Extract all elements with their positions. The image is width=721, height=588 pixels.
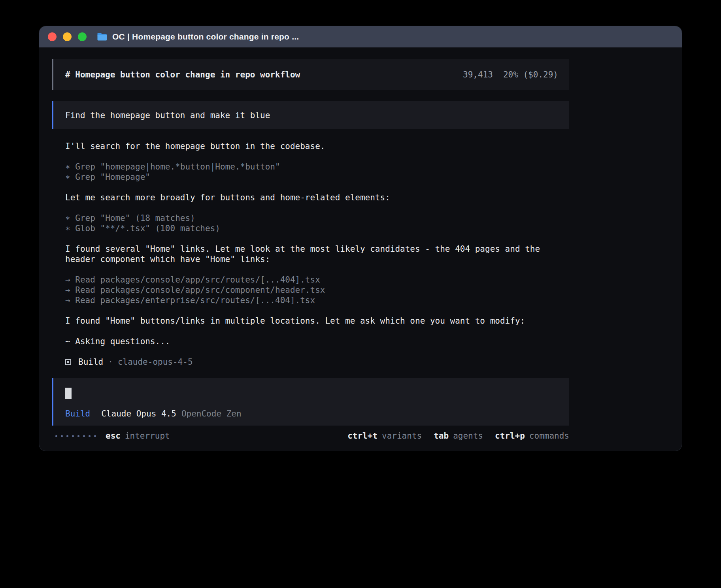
tool-call-line: → Read packages/console/app/src/routes/[… xyxy=(65,275,569,285)
text-cursor xyxy=(65,388,72,399)
shortcut-key: tab xyxy=(434,431,449,441)
folder-icon xyxy=(97,32,108,41)
shortcut-variants: ctrl+t variants xyxy=(347,431,422,441)
terminal-content: # Homepage button color change in repo w… xyxy=(52,59,569,441)
assistant-paragraph: I found several "Home" links. Let me loo… xyxy=(65,244,569,264)
assistant-paragraph: I found "Home" buttons/links in multiple… xyxy=(65,316,569,326)
window-title: OC | Homepage button color change in rep… xyxy=(112,32,299,41)
shortcut-label: agents xyxy=(453,431,483,441)
shortcut-commands: ctrl+p commands xyxy=(495,431,569,441)
transcript-line: I found several "Home" links. Let me loo… xyxy=(65,244,569,264)
esc-key: esc xyxy=(106,431,121,441)
input-meta: Build Claude Opus 4.5 OpenCode Zen xyxy=(65,409,558,418)
user-message: Find the homepage button and make it blu… xyxy=(52,101,569,129)
input-model-label: Claude Opus 4.5 xyxy=(101,409,176,418)
token-count: 39,413 xyxy=(463,70,493,79)
assistant-paragraph: I'll search for the homepage button in t… xyxy=(65,141,569,151)
spinner-dots-icon xyxy=(55,435,96,437)
assistant-paragraph: ~ Asking questions... xyxy=(65,336,569,347)
session-stats: 39,413 20% ($0.29) xyxy=(463,70,558,79)
agent-model: claude-opus-4-5 xyxy=(118,357,193,367)
status-bar: esc interrupt ctrl+t variants tab agents… xyxy=(52,431,569,441)
terminal-window: OC | Homepage button color change in rep… xyxy=(39,26,682,451)
minimize-button[interactable] xyxy=(63,32,72,41)
tool-call-line: ∗ Grep "Homepage" xyxy=(65,172,569,182)
user-message-text: Find the homepage button and make it blu… xyxy=(65,111,270,120)
status-right: ctrl+t variants tab agents ctrl+p comman… xyxy=(347,431,569,441)
agent-square-icon xyxy=(65,359,71,365)
session-title: # Homepage button color change in repo w… xyxy=(65,70,300,79)
dot-separator: · xyxy=(108,357,113,367)
tool-call-line: → Read packages/enterprise/src/routes/[.… xyxy=(65,295,569,305)
mode-label: Build xyxy=(65,409,90,418)
close-button[interactable] xyxy=(48,32,57,41)
session-header: # Homepage button color change in repo w… xyxy=(52,59,569,90)
tool-call-group: ∗ Grep "Home" (18 matches) ∗ Glob "**/*.… xyxy=(65,213,569,234)
tool-call-line: → Read packages/console/app/src/componen… xyxy=(65,285,569,295)
shortcut-agents: tab agents xyxy=(434,431,483,441)
status-left: esc interrupt xyxy=(55,431,170,441)
esc-label: interrupt xyxy=(125,431,170,441)
tool-call-line: ∗ Glob "**/*.tsx" (100 matches) xyxy=(65,223,569,234)
agent-name: Build xyxy=(78,357,103,367)
input-provider-label: OpenCode Zen xyxy=(181,409,242,418)
transcript-line: Let me search more broadly for buttons a… xyxy=(65,192,569,203)
tool-call-line: ∗ Grep "homepage|home.*button|Home.*butt… xyxy=(65,162,569,172)
shortcut-key: ctrl+p xyxy=(495,431,525,441)
shortcut-label: variants xyxy=(382,431,422,441)
transcript: I'll search for the homepage button in t… xyxy=(65,141,569,367)
traffic-lights xyxy=(48,32,87,41)
shortcut-key: ctrl+t xyxy=(347,431,377,441)
prompt-input[interactable]: Build Claude Opus 4.5 OpenCode Zen xyxy=(52,378,569,426)
transcript-line: ~ Asking questions... xyxy=(65,336,569,347)
assistant-paragraph: Let me search more broadly for buttons a… xyxy=(65,192,569,203)
shortcut-label: commands xyxy=(529,431,569,441)
esc-shortcut: esc interrupt xyxy=(106,431,170,441)
tool-call-group: ∗ Grep "homepage|home.*button|Home.*butt… xyxy=(65,162,569,182)
transcript-line: I'll search for the homepage button in t… xyxy=(65,141,569,151)
titlebar: OC | Homepage button color change in rep… xyxy=(39,26,682,47)
agent-status: Build · claude-opus-4-5 xyxy=(65,357,569,367)
tool-call-line: ∗ Grep "Home" (18 matches) xyxy=(65,213,569,223)
tool-call-group: → Read packages/console/app/src/routes/[… xyxy=(65,275,569,305)
context-cost: 20% ($0.29) xyxy=(503,70,558,79)
zoom-button[interactable] xyxy=(78,32,87,41)
transcript-line: I found "Home" buttons/links in multiple… xyxy=(65,316,569,326)
